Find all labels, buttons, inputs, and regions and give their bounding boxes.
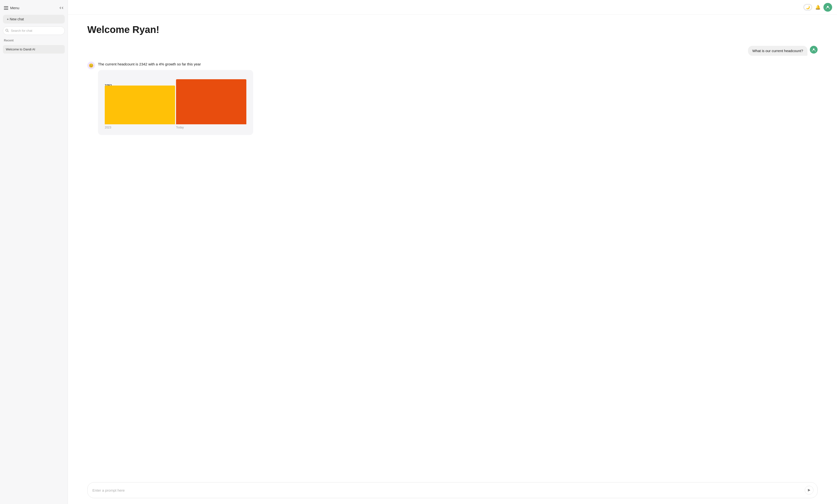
input-area	[68, 478, 837, 504]
moon-icon: 🌙	[804, 5, 811, 10]
theme-toggle[interactable]: 🌙	[803, 4, 812, 11]
menu-label: Menu	[10, 6, 19, 10]
collapse-icon[interactable]	[60, 7, 64, 9]
hamburger-icon[interactable]	[4, 6, 8, 10]
prompt-input-wrap	[87, 482, 818, 498]
ai-avatar: 😊	[87, 61, 95, 69]
user-bubble: What is our current headcount?	[748, 46, 807, 56]
welcome-title: Welcome Ryan!	[87, 24, 818, 35]
user-message-avatar	[810, 46, 818, 54]
search-icon	[5, 29, 9, 33]
svg-point-3	[813, 49, 815, 50]
chat-area: Welcome Ryan! What is our current headco…	[68, 15, 837, 504]
chart-container: 2252 2023 2342 +4%	[98, 70, 253, 135]
recent-label: Recent	[3, 38, 65, 42]
user-avatar[interactable]	[823, 3, 832, 12]
sidebar-header: Menu	[3, 4, 65, 12]
svg-line-1	[8, 31, 9, 32]
ai-content: The current headcount is 2342 with a 4% …	[98, 61, 818, 135]
bar1-x-label: 2023	[105, 126, 111, 129]
ai-text: The current headcount is 2342 with a 4% …	[98, 61, 818, 67]
sidebar: Menu + New chat Recent Welcome to Dandi …	[0, 0, 68, 504]
prompt-input[interactable]	[92, 488, 805, 492]
menu-group: Menu	[4, 6, 19, 10]
bar2	[176, 79, 246, 124]
bar1	[105, 86, 175, 124]
user-message-wrap: What is our current headcount?	[87, 46, 818, 56]
send-button[interactable]	[805, 486, 814, 494]
notification-icon[interactable]: 🔔	[815, 5, 820, 10]
new-chat-button[interactable]: + New chat	[3, 15, 65, 23]
main-area: Welcome Ryan! What is our current headco…	[68, 0, 837, 504]
bar2-x-label: Today	[176, 126, 184, 129]
search-input[interactable]	[3, 26, 65, 35]
search-container	[3, 26, 65, 35]
chat-item[interactable]: Welcome to Dandi AI	[3, 45, 65, 54]
ai-message-wrap: 😊 The current headcount is 2342 with a 4…	[87, 61, 818, 135]
topbar: 🌙 🔔	[68, 0, 837, 15]
